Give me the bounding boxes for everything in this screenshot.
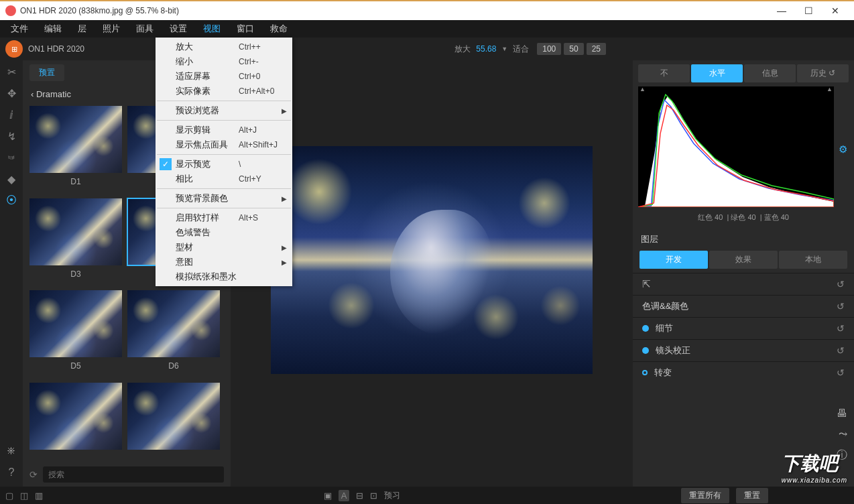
effects-tool-icon[interactable]: ◆ [4,172,19,186]
setting-row[interactable]: 色调&&颜色↺ [633,295,854,317]
zoom-dropdown-icon[interactable]: ▼ [501,46,507,52]
menu-item[interactable]: 预设浏览器▶ [156,103,292,118]
menu-item[interactable]: 实际像素Ctrl+Alt+0 [156,84,292,99]
menu-item-label: 模拟纸张和墨水 [176,271,287,283]
search-input[interactable] [43,466,224,483]
left-toolbar: ✂ ✥ ⅈ ↯ ⎃ ◆ ⦿ ⛯ ? [0,60,23,487]
preset-thumb[interactable]: D6 [127,290,220,377]
zoom-25[interactable]: 25 [587,43,606,55]
menu-item[interactable]: 意图▶ [156,255,292,269]
menu-层[interactable]: 层 [70,20,95,38]
menu-item[interactable]: 适应屏幕Ctrl+0 [156,69,292,84]
zoom-value[interactable]: 55.68 [476,44,496,54]
preset-thumb-label [29,450,122,455]
menu-窗口[interactable]: 窗口 [229,20,262,38]
rgb-readout: 红色 40 | 绿色 40 | 蓝色 40 [633,210,854,228]
info-icon[interactable]: ⓘ [837,448,847,462]
reset-icon[interactable]: ↺ [837,323,845,334]
menu-item[interactable]: 显示焦点面具Alt+Shift+J [156,137,292,152]
menu-shortcut: Ctrl++ [239,42,287,52]
preset-thumb[interactable]: D3 [29,198,122,286]
menu-文件[interactable]: 文件 [3,20,36,38]
menu-item[interactable]: 模拟纸张和墨水 [156,269,292,284]
menu-item[interactable]: 型材▶ [156,240,292,255]
right-tab-2[interactable]: 信息 [744,64,796,82]
dev-tab-0[interactable]: 开发 [639,251,708,269]
menu-item[interactable]: 色域警告 [156,225,292,240]
histogram[interactable]: ▲ ▲ [638,86,834,207]
reset-icon[interactable]: ↺ [837,279,845,290]
reset-icon[interactable]: ↺ [837,301,845,312]
reset-icon[interactable]: ↺ [837,367,845,378]
setting-row[interactable]: 细节↺ [633,317,854,339]
menubar: 文件编辑层照片面具设置视图窗口救命 [0,20,854,38]
menu-item[interactable]: ✓显示预览\ [156,157,292,172]
search-tool-icon[interactable]: ⦿ [4,193,19,208]
preset-thumb[interactable] [127,383,220,460]
compare-icon[interactable]: ▥ [35,491,43,501]
split-icon[interactable]: ◫ [20,491,28,501]
menu-item-label: 意图 [176,256,282,268]
zoom-100[interactable]: 100 [537,43,561,55]
layout-icon[interactable]: ▢ [5,491,13,501]
preset-thumb[interactable] [29,383,122,460]
menu-shortcut: Ctrl+Alt+0 [239,86,287,96]
zoom-50[interactable]: 50 [564,43,583,55]
menu-照片[interactable]: 照片 [95,20,128,38]
clone-tool-icon[interactable]: ⎃ [4,150,19,165]
menu-面具[interactable]: 面具 [128,20,162,38]
help-icon[interactable]: ? [4,465,19,480]
menu-救命[interactable]: 救命 [262,20,296,38]
mask-a-icon[interactable]: A [339,490,350,501]
reset-button[interactable]: 重置 [736,488,768,503]
reset-all-button[interactable]: 重置所有 [681,488,729,503]
preview-label[interactable]: 预习 [384,490,400,501]
print-icon[interactable]: 🖶 [837,407,847,420]
menu-item[interactable]: 相比Ctrl+Y [156,172,292,186]
minimize-button[interactable]: — [768,5,795,16]
preset-thumb[interactable]: D1 [29,106,122,193]
app-name: ON1 HDR 2020 [28,44,84,54]
preset-thumb-label: D3 [29,265,122,280]
crop-tool-icon[interactable]: ✂ [4,64,19,79]
right-panel: 不水平信息历史 ↺ ▲ ▲ 红色 40 | 绿色 40 | 蓝色 40 图层 开… [633,60,854,487]
menu-item[interactable]: 启用软打样Alt+S [156,210,292,225]
layers-header: 图层 [633,228,854,251]
setting-row[interactable]: 转变↺ [633,361,854,383]
submenu-arrow-icon: ▶ [282,195,287,202]
zoom-fit-button[interactable]: 适合 [513,44,529,55]
share-icon[interactable]: ⤳ [839,428,847,440]
menu-item[interactable]: 放大Ctrl++ [156,40,292,54]
export-row[interactable]: ⇱ ↺ [633,273,854,295]
image-canvas [271,146,593,374]
reset-icon[interactable]: ↺ [837,345,845,356]
retouch-tool-icon[interactable]: ↯ [4,129,19,143]
right-tab-0[interactable]: 不 [638,64,690,82]
close-button[interactable]: ✕ [822,5,849,16]
move-tool-icon[interactable]: ✥ [4,86,19,101]
histogram-clip-left-icon[interactable]: ▲ [639,86,646,92]
softproof-icon[interactable]: ▣ [324,491,332,501]
maximize-button[interactable]: ☐ [795,5,822,16]
user-icon[interactable]: ⛯ [4,444,19,458]
menu-item[interactable]: 预览背景颜色▶ [156,191,292,206]
mask-c-icon[interactable]: ⊡ [370,491,377,501]
mask-b-icon[interactable]: ⊟ [356,491,363,501]
menu-item[interactable]: 缩小Ctrl+- [156,54,292,69]
menu-shortcut: Ctrl+Y [239,174,287,184]
dev-tab-1[interactable]: 效果 [709,251,778,269]
right-tab-3[interactable]: 历史 ↺ [797,64,849,82]
preset-tab[interactable]: 预置 [29,64,64,81]
dev-tab-2[interactable]: 本地 [779,251,847,269]
setting-row[interactable]: 镜头校正↺ [633,339,854,361]
brush-tool-icon[interactable]: ⅈ [4,107,19,122]
menu-item[interactable]: 显示剪辑Alt+J [156,123,292,137]
menu-视图[interactable]: 视图 [195,20,229,38]
menu-设置[interactable]: 设置 [162,20,195,38]
preset-thumb[interactable]: D5 [29,290,122,377]
refresh-icon[interactable]: ⟳ [29,469,38,480]
right-tab-1[interactable]: 水平 [691,64,743,82]
adjust-icon[interactable]: ⚙ [839,143,847,155]
menu-编辑[interactable]: 编辑 [36,20,70,38]
histogram-clip-right-icon[interactable]: ▲ [827,86,833,92]
